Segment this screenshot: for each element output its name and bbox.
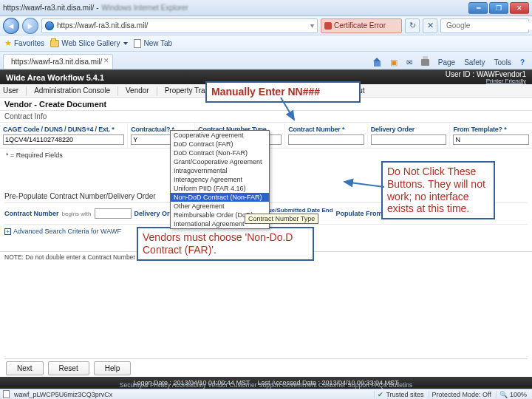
contract-number-input[interactable]: [288, 134, 364, 145]
help-icon[interactable]: ?: [520, 58, 525, 66]
zoom-value: 100%: [510, 391, 527, 398]
nav-forward-button[interactable]: ►: [22, 18, 38, 34]
safety-menu[interactable]: Safety: [464, 58, 485, 66]
nav-back-button[interactable]: ◄: [3, 18, 19, 34]
contract-type-dropdown[interactable]: Cooperative AgreementDoD Contract (FAR)D…: [170, 130, 270, 229]
expand-icon: +: [4, 228, 11, 235]
logon-date-label: Logon Date :: [133, 379, 173, 386]
menu-vendor[interactable]: Vendor: [126, 86, 149, 95]
pp-contract-number-label: Contract Number: [4, 210, 59, 217]
contractual-value: Y: [133, 136, 137, 143]
mail-icon[interactable]: ✉: [406, 58, 412, 66]
dropdown-tooltip: Contract Number Type: [245, 214, 318, 224]
pp-cn-hint: begins with: [62, 211, 92, 217]
last-accessed-label: Last Accessed Date :: [257, 379, 321, 386]
next-button[interactable]: Next: [6, 361, 44, 375]
delivery-order-label: Delivery Order: [371, 126, 447, 133]
callout-manual-entry: Manually Enter NN###: [205, 81, 361, 103]
document-icon: [3, 390, 10, 398]
browser-search-box[interactable]: [440, 18, 529, 33]
delivery-order-input[interactable]: [371, 134, 447, 145]
tab-strip: https://wawf-ra3.nit.disa.mil/ ✕ ▣ ✉ Pag…: [0, 52, 532, 69]
reset-button[interactable]: Reset: [48, 361, 89, 375]
trusted-sites-label: Trusted sites: [386, 391, 423, 398]
from-template-label: From Template? *: [453, 126, 529, 133]
globe-icon: [45, 21, 54, 30]
callout-vendor-choice: Vendors must choose 'Non-Do.D Contract (…: [137, 227, 314, 261]
address-dropdown-icon[interactable]: ▾: [310, 21, 314, 30]
feeds-icon[interactable]: ▣: [390, 58, 398, 67]
newtab-label: New Tab: [143, 39, 172, 47]
window-title-app: Windows Internet Explorer: [101, 4, 188, 12]
form-button-bar: Next Reset Help: [6, 361, 131, 375]
cage-label: CAGE Code / DUNS / DUNS+4 / Ext. *: [3, 126, 124, 133]
internet-zone[interactable]: ✔Trusted sites: [374, 391, 423, 398]
web-slice-gallery-link[interactable]: Web Slice Gallery: [50, 39, 128, 47]
menu-user[interactable]: User: [3, 86, 18, 95]
contract-number-label: Contract Number *: [288, 126, 364, 133]
home-icon[interactable]: [373, 59, 381, 66]
stop-button[interactable]: ✕: [423, 18, 437, 33]
advanced-search-label: Advanced Search Criteria for WAWF: [13, 228, 121, 235]
folder-icon: [50, 40, 59, 47]
pp-issue-end-label: Issue/Submitted Date End: [260, 207, 333, 214]
browser-search-input[interactable]: [446, 21, 532, 30]
refresh-button[interactable]: ↻: [405, 18, 420, 33]
help-button[interactable]: Help: [94, 361, 132, 375]
cage-value: 1QCV4/141102748220: [5, 136, 73, 143]
tab-close-button[interactable]: ✕: [102, 56, 111, 65]
menu-admin-console[interactable]: Administration Console: [34, 86, 110, 95]
protected-mode: Protected Mode: Off: [429, 391, 491, 398]
shield-icon: [324, 22, 332, 30]
dropdown-option[interactable]: Intragovernmental: [171, 166, 269, 175]
browser-tab[interactable]: https://wawf-ra3.nit.disa.mil/ ✕: [3, 54, 113, 69]
star-icon: ★: [4, 38, 12, 48]
dropdown-option[interactable]: Other Agreement: [171, 202, 269, 211]
populate-from-label: Populate From: [336, 210, 383, 217]
address-bar-row: ◄ ► https://wawf-ra3.nit.disa.mil/ ▾ Cer…: [0, 16, 532, 35]
app-title: Wide Area Workflow 5.4.1: [6, 73, 104, 82]
window-maximize-button[interactable]: ❐: [489, 2, 508, 14]
from-template-value: N: [455, 136, 460, 143]
chevron-down-icon: [123, 42, 128, 45]
divider: [4, 358, 528, 359]
gallery-label: Web Slice Gallery: [61, 39, 120, 47]
page-menu[interactable]: Page: [438, 58, 455, 66]
address-bar[interactable]: https://wawf-ra3.nit.disa.mil/ ▾: [41, 18, 318, 33]
certificate-error-badge[interactable]: Certificate Error: [321, 18, 402, 33]
protected-mode-label: Protected Mode: Off: [432, 391, 491, 398]
browser-status-bar: wawf_pLWCP5U6miz3CQ3prvCx ✔Trusted sites…: [0, 389, 532, 399]
dropdown-option[interactable]: Uniform PIID (FAR 4.16): [171, 184, 269, 193]
dropdown-option[interactable]: DoD Contract (FAR): [171, 140, 269, 149]
printer-icon[interactable]: [421, 59, 429, 66]
tools-menu[interactable]: Tools: [494, 58, 511, 66]
dropdown-option[interactable]: Interagency Agreement: [171, 175, 269, 184]
window-titlebar: https://wawf-ra3.nit.disa.mil/ - Windows…: [0, 0, 532, 16]
svg-line-2: [344, 182, 384, 187]
window-close-button[interactable]: ✕: [510, 2, 529, 14]
dropdown-option[interactable]: Non-DoD Contract (Non-FAR): [171, 193, 269, 202]
from-template-select[interactable]: N: [453, 134, 529, 145]
logon-date-value: 2013/04/10 04:09:44 MST: [173, 379, 250, 386]
zoom-control[interactable]: 🔍100%: [496, 391, 529, 398]
section-contract-info: Contract Info: [0, 111, 532, 122]
zoom-minus-icon[interactable]: 🔍: [499, 391, 508, 398]
address-text: https://wawf-ra3.nit.disa.mil/: [57, 21, 148, 30]
tab-title: https://wawf-ra3.nit.disa.mil/: [11, 58, 102, 66]
favorites-button[interactable]: ★ Favorites: [4, 38, 44, 48]
page-icon: [134, 39, 141, 48]
command-bar: ▣ ✉ Page Safety Tools ?: [373, 58, 529, 69]
pp-contract-number-input[interactable]: [95, 208, 132, 219]
certificate-error-text: Certificate Error: [334, 21, 386, 30]
cage-select[interactable]: 1QCV4/141102748220: [3, 134, 124, 145]
printer-friendly-link[interactable]: Printer Friendly: [486, 78, 526, 84]
status-document-name: wawf_pLWCP5U6miz3CQ3prvCx: [14, 391, 112, 398]
app-footer: Logon Date : 2013/04/10 04:09:44 MST Las…: [0, 377, 532, 389]
dropdown-option[interactable]: Grant/Cooperative Agreement: [171, 157, 269, 166]
dropdown-option[interactable]: Cooperative Agreement: [171, 131, 269, 140]
last-accessed-value: 2013/04/10 09:33:04 MST: [321, 379, 398, 386]
new-tab-link[interactable]: New Tab: [134, 39, 172, 48]
favorites-label: Favorites: [14, 39, 44, 47]
dropdown-option[interactable]: DoD Contract (Non-FAR): [171, 149, 269, 157]
window-minimize-button[interactable]: ━: [468, 2, 488, 14]
